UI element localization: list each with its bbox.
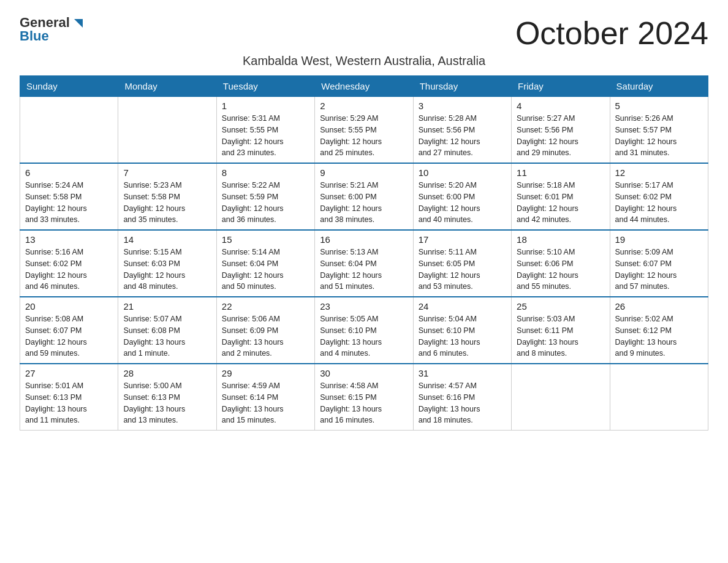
day-number: 20 bbox=[25, 301, 113, 312]
calendar-cell: 10Sunrise: 5:20 AM Sunset: 6:00 PM Dayli… bbox=[413, 163, 511, 230]
calendar-cell: 19Sunrise: 5:09 AM Sunset: 6:07 PM Dayli… bbox=[610, 230, 708, 297]
day-number: 31 bbox=[419, 368, 506, 378]
day-number: 16 bbox=[320, 234, 408, 245]
day-number: 12 bbox=[615, 167, 703, 178]
day-detail: Sunrise: 5:20 AM Sunset: 6:00 PM Dayligh… bbox=[419, 180, 506, 226]
logo-inner: General Blue bbox=[20, 15, 85, 44]
calendar-cell: 17Sunrise: 5:11 AM Sunset: 6:05 PM Dayli… bbox=[413, 230, 511, 297]
day-detail: Sunrise: 5:03 AM Sunset: 6:11 PM Dayligh… bbox=[517, 313, 604, 359]
calendar-cell: 30Sunrise: 4:58 AM Sunset: 6:15 PM Dayli… bbox=[315, 364, 413, 431]
day-detail: Sunrise: 5:13 AM Sunset: 6:04 PM Dayligh… bbox=[320, 247, 408, 293]
day-number: 25 bbox=[517, 301, 604, 312]
logo-blue: Blue bbox=[20, 28, 49, 44]
calendar-week-row: 27Sunrise: 5:01 AM Sunset: 6:13 PM Dayli… bbox=[20, 364, 708, 431]
day-number: 10 bbox=[419, 167, 506, 178]
svg-marker-0 bbox=[74, 19, 83, 28]
calendar-day-header: Tuesday bbox=[216, 76, 314, 97]
calendar-cell: 6Sunrise: 5:24 AM Sunset: 5:58 PM Daylig… bbox=[20, 163, 118, 230]
page-title: October 2024 bbox=[515, 15, 708, 52]
day-number: 8 bbox=[222, 167, 309, 178]
calendar-cell: 4Sunrise: 5:27 AM Sunset: 5:56 PM Daylig… bbox=[512, 97, 610, 164]
day-detail: Sunrise: 5:18 AM Sunset: 6:01 PM Dayligh… bbox=[517, 180, 604, 226]
day-detail: Sunrise: 5:04 AM Sunset: 6:10 PM Dayligh… bbox=[419, 313, 506, 359]
calendar-cell: 12Sunrise: 5:17 AM Sunset: 6:02 PM Dayli… bbox=[610, 163, 708, 230]
calendar-cell: 14Sunrise: 5:15 AM Sunset: 6:03 PM Dayli… bbox=[118, 230, 216, 297]
calendar-cell: 31Sunrise: 4:57 AM Sunset: 6:16 PM Dayli… bbox=[413, 364, 511, 431]
day-number: 2 bbox=[320, 101, 408, 111]
calendar-cell bbox=[20, 97, 118, 164]
day-detail: Sunrise: 5:06 AM Sunset: 6:09 PM Dayligh… bbox=[222, 313, 309, 359]
calendar-cell: 29Sunrise: 4:59 AM Sunset: 6:14 PM Dayli… bbox=[216, 364, 314, 431]
calendar-cell: 8Sunrise: 5:22 AM Sunset: 5:59 PM Daylig… bbox=[216, 163, 314, 230]
day-detail: Sunrise: 4:59 AM Sunset: 6:14 PM Dayligh… bbox=[222, 380, 309, 426]
logo-triangle-icon bbox=[72, 17, 85, 30]
calendar-cell: 22Sunrise: 5:06 AM Sunset: 6:09 PM Dayli… bbox=[216, 297, 314, 364]
calendar-cell bbox=[512, 364, 610, 431]
day-number: 28 bbox=[123, 368, 211, 378]
calendar-cell: 1Sunrise: 5:31 AM Sunset: 5:55 PM Daylig… bbox=[216, 97, 314, 164]
day-detail: Sunrise: 5:07 AM Sunset: 6:08 PM Dayligh… bbox=[123, 313, 211, 359]
day-number: 7 bbox=[123, 167, 211, 178]
day-detail: Sunrise: 5:28 AM Sunset: 5:56 PM Dayligh… bbox=[419, 113, 506, 159]
calendar-cell: 9Sunrise: 5:21 AM Sunset: 6:00 PM Daylig… bbox=[315, 163, 413, 230]
day-number: 21 bbox=[123, 301, 211, 312]
calendar-week-row: 1Sunrise: 5:31 AM Sunset: 5:55 PM Daylig… bbox=[20, 97, 708, 164]
day-number: 23 bbox=[320, 301, 408, 312]
day-detail: Sunrise: 5:27 AM Sunset: 5:56 PM Dayligh… bbox=[517, 113, 604, 159]
day-number: 4 bbox=[517, 101, 604, 111]
day-detail: Sunrise: 5:22 AM Sunset: 5:59 PM Dayligh… bbox=[222, 180, 309, 226]
calendar-cell: 27Sunrise: 5:01 AM Sunset: 6:13 PM Dayli… bbox=[20, 364, 118, 431]
calendar-day-header: Saturday bbox=[610, 76, 708, 97]
calendar-cell: 13Sunrise: 5:16 AM Sunset: 6:02 PM Dayli… bbox=[20, 230, 118, 297]
calendar-table: SundayMondayTuesdayWednesdayThursdayFrid… bbox=[20, 75, 708, 431]
calendar-cell: 11Sunrise: 5:18 AM Sunset: 6:01 PM Dayli… bbox=[512, 163, 610, 230]
day-detail: Sunrise: 5:26 AM Sunset: 5:57 PM Dayligh… bbox=[615, 113, 703, 159]
day-number: 22 bbox=[222, 301, 309, 312]
day-number: 14 bbox=[123, 234, 211, 245]
day-detail: Sunrise: 5:05 AM Sunset: 6:10 PM Dayligh… bbox=[320, 313, 408, 359]
calendar-cell: 26Sunrise: 5:02 AM Sunset: 6:12 PM Dayli… bbox=[610, 297, 708, 364]
day-detail: Sunrise: 5:08 AM Sunset: 6:07 PM Dayligh… bbox=[25, 313, 113, 359]
calendar-day-header: Sunday bbox=[20, 76, 118, 97]
day-number: 13 bbox=[25, 234, 113, 245]
day-detail: Sunrise: 5:24 AM Sunset: 5:58 PM Dayligh… bbox=[25, 180, 113, 226]
day-detail: Sunrise: 4:58 AM Sunset: 6:15 PM Dayligh… bbox=[320, 380, 408, 426]
day-number: 24 bbox=[419, 301, 506, 312]
calendar-cell bbox=[610, 364, 708, 431]
day-detail: Sunrise: 5:15 AM Sunset: 6:03 PM Dayligh… bbox=[123, 247, 211, 293]
calendar-day-header: Wednesday bbox=[315, 76, 413, 97]
calendar-day-header: Friday bbox=[512, 76, 610, 97]
calendar-day-header: Monday bbox=[118, 76, 216, 97]
day-number: 29 bbox=[222, 368, 309, 378]
calendar-week-row: 20Sunrise: 5:08 AM Sunset: 6:07 PM Dayli… bbox=[20, 297, 708, 364]
day-detail: Sunrise: 5:02 AM Sunset: 6:12 PM Dayligh… bbox=[615, 313, 703, 359]
day-number: 26 bbox=[615, 301, 703, 312]
day-detail: Sunrise: 5:10 AM Sunset: 6:06 PM Dayligh… bbox=[517, 247, 604, 293]
day-number: 11 bbox=[517, 167, 604, 178]
calendar-cell: 23Sunrise: 5:05 AM Sunset: 6:10 PM Dayli… bbox=[315, 297, 413, 364]
day-detail: Sunrise: 5:11 AM Sunset: 6:05 PM Dayligh… bbox=[419, 247, 506, 293]
calendar-cell: 5Sunrise: 5:26 AM Sunset: 5:57 PM Daylig… bbox=[610, 97, 708, 164]
calendar-cell: 20Sunrise: 5:08 AM Sunset: 6:07 PM Dayli… bbox=[20, 297, 118, 364]
day-number: 27 bbox=[25, 368, 113, 378]
day-number: 1 bbox=[222, 101, 309, 111]
title-block: October 2024 bbox=[515, 15, 708, 52]
day-detail: Sunrise: 5:29 AM Sunset: 5:55 PM Dayligh… bbox=[320, 113, 408, 159]
day-number: 17 bbox=[419, 234, 506, 245]
calendar-cell: 2Sunrise: 5:29 AM Sunset: 5:55 PM Daylig… bbox=[315, 97, 413, 164]
day-detail: Sunrise: 5:17 AM Sunset: 6:02 PM Dayligh… bbox=[615, 180, 703, 226]
calendar-cell: 25Sunrise: 5:03 AM Sunset: 6:11 PM Dayli… bbox=[512, 297, 610, 364]
day-number: 19 bbox=[615, 234, 703, 245]
calendar-week-row: 6Sunrise: 5:24 AM Sunset: 5:58 PM Daylig… bbox=[20, 163, 708, 230]
day-number: 30 bbox=[320, 368, 408, 378]
calendar-cell: 15Sunrise: 5:14 AM Sunset: 6:04 PM Dayli… bbox=[216, 230, 314, 297]
day-detail: Sunrise: 5:21 AM Sunset: 6:00 PM Dayligh… bbox=[320, 180, 408, 226]
logo: General Blue bbox=[20, 15, 85, 44]
calendar-cell: 24Sunrise: 5:04 AM Sunset: 6:10 PM Dayli… bbox=[413, 297, 511, 364]
calendar-cell: 21Sunrise: 5:07 AM Sunset: 6:08 PM Dayli… bbox=[118, 297, 216, 364]
calendar-day-header: Thursday bbox=[413, 76, 511, 97]
day-number: 3 bbox=[419, 101, 506, 111]
calendar-cell: 18Sunrise: 5:10 AM Sunset: 6:06 PM Dayli… bbox=[512, 230, 610, 297]
calendar-cell: 7Sunrise: 5:23 AM Sunset: 5:58 PM Daylig… bbox=[118, 163, 216, 230]
day-detail: Sunrise: 5:01 AM Sunset: 6:13 PM Dayligh… bbox=[25, 380, 113, 426]
